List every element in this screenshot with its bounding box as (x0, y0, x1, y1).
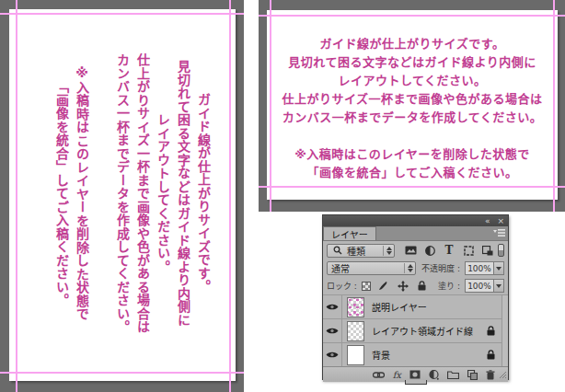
visibility-toggle[interactable] (323, 295, 342, 318)
filter-row: 種類 T (323, 241, 508, 259)
lock-label: ロック : (327, 280, 357, 292)
adjustment-filter-icon[interactable] (423, 244, 436, 257)
instruction-line: 見切れて困る文字などはガイド線より内側に (173, 35, 193, 352)
instruction-line: 仕上がりサイズ一杯まで画像や色がある場合は (133, 35, 153, 352)
panel-resize-grip[interactable] (499, 371, 507, 381)
layer-lock-icon (487, 326, 495, 336)
pixel-filter-icon[interactable] (404, 244, 417, 257)
horizontal-instruction-text: ガイド線が仕上がりサイズです。見切れて困る文字などはガイド線より内側にレイアウト… (267, 35, 558, 182)
shape-filter-icon[interactable] (462, 244, 475, 257)
instruction-line: レイアウトしてください。 (153, 35, 173, 352)
filter-kind-dropdown[interactable]: 種類 (327, 244, 395, 258)
lock-pixels-icon[interactable] (377, 280, 390, 293)
close-panel-button[interactable]: × (497, 217, 504, 225)
vertical-instruction-text: ガイド線が仕上がりサイズです。見切れて困る文字などはガイド線より内側にレイアウト… (52, 35, 213, 352)
left-canvas: ガイド線が仕上がりサイズです。見切れて困る文字などはガイド線より内側にレイアウト… (9, 9, 236, 381)
instruction-line: ※入稿時はこのレイヤーを削除した状態で (72, 35, 92, 352)
instruction-line: カンバス一杯までデータを作成してください。 (267, 109, 558, 127)
instruction-line: ガイド線が仕上がりサイズです。 (267, 35, 558, 53)
visibility-toggle[interactable] (323, 319, 342, 342)
guide-line-left (16, 0, 17, 392)
dropdown-stepper-icon (404, 263, 413, 273)
right-document-pasteboard: ガイド線が仕上がりサイズです。見切れて困る文字などはガイド線より内側にレイアウト… (259, 0, 565, 212)
fx-icon[interactable]: fx (393, 370, 401, 380)
layer-name: レイアウト領域ガイド線 (372, 324, 473, 338)
layer-thumbnail[interactable] (347, 321, 364, 341)
instruction-line: 「画像を統合」してご入稿ください。 (52, 35, 72, 352)
layer-list-scrollbar[interactable] (502, 295, 508, 366)
instruction-line: レイアウトしてください。 (267, 72, 558, 90)
collapse-panel-button[interactable]: « (485, 217, 490, 225)
page: { "colors": { "guide_pink": "#f9a3ef", "… (0, 0, 565, 392)
type-filter-icon[interactable]: T (443, 244, 455, 257)
opacity-value[interactable]: 100% (465, 261, 494, 275)
panel-tab-strip: レイヤー (323, 226, 508, 241)
layer-row[interactable]: 説明レイヤー (323, 295, 508, 319)
lock-buttons (362, 280, 429, 293)
panel-menu-icon[interactable] (493, 228, 505, 240)
layers-panel: « × レイヤー 種類 T (322, 214, 509, 380)
tab-layers[interactable]: レイヤー (323, 226, 376, 240)
lock-all-icon[interactable] (416, 280, 429, 293)
blend-mode-dropdown[interactable]: 通常 (327, 261, 416, 275)
search-icon (331, 244, 344, 257)
instruction-line: カンバス一杯までデータを作成してください。 (112, 35, 133, 352)
instruction-line: 仕上がりサイズ一杯まで画像や色がある場合は (267, 90, 558, 109)
visibility-toggle[interactable] (323, 343, 342, 366)
opacity-field: 100% (465, 261, 504, 275)
blend-mode-value: 通常 (331, 261, 401, 275)
eye-icon (326, 303, 339, 311)
instruction-line: 見切れて困る文字などはガイド線より内側に (267, 53, 558, 72)
layer-lock-icon (487, 350, 495, 360)
panel-titlebar: « × (323, 215, 508, 226)
instruction-line: ガイド線が仕上がりサイズです。 (193, 35, 213, 352)
eye-icon (326, 327, 339, 335)
instruction-line (92, 35, 112, 352)
opacity-dropdown-button[interactable] (494, 261, 504, 275)
filter-kind-label: 種類 (347, 244, 380, 258)
fill-dropdown-button[interactable] (494, 279, 504, 293)
filter-toggle-switch[interactable] (498, 244, 504, 257)
opacity-label: 不透明度 : (421, 262, 460, 274)
fill-label: 塗り : (438, 280, 460, 292)
guide-line-top (259, 15, 565, 17)
filter-icon-buttons: T (404, 244, 494, 257)
lock-transparency-icon[interactable] (362, 282, 371, 291)
group-icon[interactable] (447, 370, 459, 379)
blend-row: 通常 不透明度 : 100% (323, 259, 508, 277)
instruction-line: 「画像を統合」してご入稿ください。 (267, 164, 558, 182)
guide-line-right (553, 0, 555, 212)
dropdown-stepper-icon (383, 246, 392, 256)
tab-layers-label: レイヤー (331, 227, 368, 241)
panel-resize-notch[interactable] (405, 380, 427, 385)
layer-list: 説明レイヤー レイアウト領域ガイド線 背景 (323, 294, 508, 366)
guide-line-left (270, 0, 271, 212)
layer-mask-icon[interactable] (409, 370, 421, 379)
guide-line-bottom (259, 186, 565, 188)
left-document-pasteboard: ガイド線が仕上がりサイズです。見切れて困る文字などはガイド線より内側にレイアウト… (0, 0, 244, 392)
layer-name: 背景 (372, 348, 390, 362)
trash-icon[interactable] (486, 370, 495, 380)
lock-row: ロック : 塗り : 100% (323, 277, 508, 294)
layer-row[interactable]: レイアウト領域ガイド線 (323, 319, 508, 343)
guide-line-bottom (0, 372, 244, 374)
layer-thumbnail[interactable] (347, 345, 364, 365)
link-icon[interactable] (373, 372, 385, 378)
fill-field: 100% (465, 279, 504, 293)
layer-name: 説明レイヤー (372, 300, 427, 314)
fill-value[interactable]: 100% (465, 279, 494, 293)
right-canvas: ガイド線が仕上がりサイズです。見切れて困る文字などはガイド線より内側にレイアウト… (267, 10, 558, 200)
guide-line-top (0, 13, 244, 15)
instruction-line (267, 127, 558, 145)
eye-icon (326, 351, 339, 359)
guide-line-right (229, 0, 231, 392)
lock-position-icon[interactable] (397, 280, 409, 293)
new-layer-icon[interactable] (467, 370, 478, 380)
smart-object-filter-icon[interactable] (481, 244, 494, 257)
layer-row[interactable]: 背景 (323, 343, 508, 366)
adjustment-layer-icon[interactable] (429, 370, 439, 380)
instruction-line: ※入稿時はこのレイヤーを削除した状態で (267, 145, 558, 164)
layer-thumbnail[interactable] (347, 297, 364, 317)
